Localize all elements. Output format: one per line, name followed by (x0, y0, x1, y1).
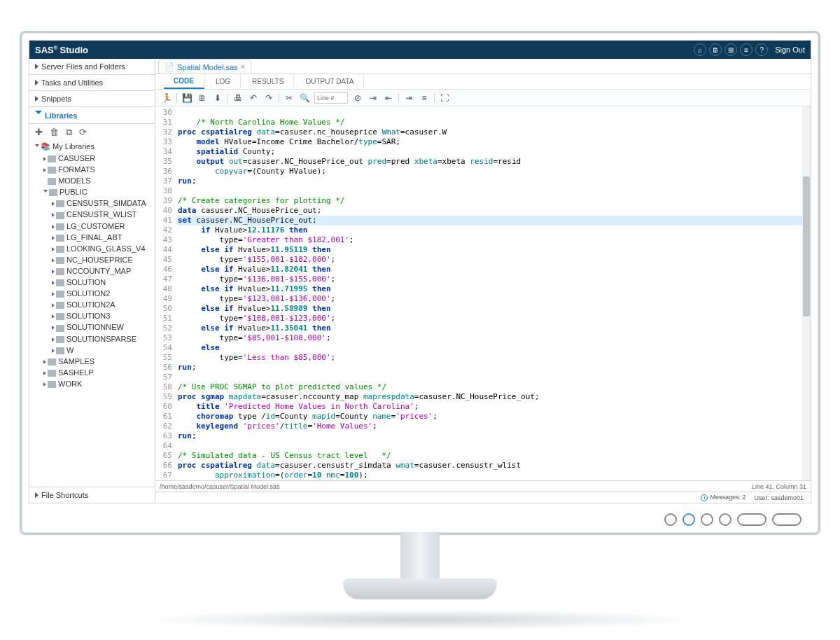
monitor-button (664, 513, 677, 526)
tree-lib-samples[interactable]: SAMPLES (29, 356, 155, 367)
tree-table-nccounty_map[interactable]: NCCOUNTY_MAP (29, 265, 155, 277)
monitor-power-button (772, 513, 802, 526)
tree-table-lg_final_abt[interactable]: LG_FINAL_ABT (29, 232, 155, 243)
monitor-button (719, 513, 732, 526)
run-icon[interactable]: 🏃 (161, 92, 172, 104)
tree-table-w[interactable]: W (29, 345, 155, 356)
monitor-shadow (140, 609, 700, 630)
app-header: SAS® Studio ⌕ 🗎 ⊞ ≡ ? Sign Out (29, 41, 811, 59)
editor-toolbar: 🏃 💾 🗎 ⬇ 🖶 ↶ ↷ ✂ 🔍 ⊘ ⇥ ⇤ (155, 90, 811, 106)
subtab-log[interactable]: LOG (206, 75, 241, 88)
tree-table-lg_customer[interactable]: LG_CUSTOMER (29, 221, 155, 232)
app-body: Server Files and Folders Tasks and Utili… (29, 59, 811, 503)
indent-icon[interactable]: ⇤ (383, 92, 394, 104)
search-icon[interactable]: ⌕ (694, 43, 706, 56)
delete-lib-icon[interactable]: 🗑 (50, 127, 59, 138)
panel-tasks[interactable]: Tasks and Utilities (29, 75, 155, 91)
redo-icon[interactable]: ↷ (263, 92, 274, 104)
tab-spatial-model[interactable]: 📄 Spatial Model.sas × (158, 60, 251, 74)
panel-snippets[interactable]: Snippets (29, 91, 155, 107)
tree-lib-models[interactable]: MODELS (29, 175, 155, 186)
save-icon[interactable]: 💾 (181, 92, 192, 104)
cut-icon[interactable]: ✂ (284, 92, 295, 104)
close-tab-icon[interactable]: × (241, 63, 245, 71)
status-position: Line 41, Column 31 (752, 483, 806, 490)
code-editor[interactable]: 3031323334353637383940414243444546474849… (155, 106, 811, 480)
code-content[interactable]: /* North Carolina Home Values */proc csp… (175, 106, 811, 480)
app-window: SAS® Studio ⌕ 🗎 ⊞ ≡ ? Sign Out Server Fi… (29, 40, 811, 503)
tree-lib-casuser[interactable]: CASUSER (29, 153, 155, 164)
undo-icon[interactable]: ↶ (248, 92, 259, 104)
apps-icon[interactable]: ⊞ (724, 43, 737, 56)
monitor-stand (343, 532, 497, 616)
goto-line-input[interactable] (314, 92, 348, 104)
refresh-icon[interactable]: ⟳ (79, 127, 87, 138)
monitor-power-button (737, 513, 766, 526)
panel-server-files[interactable]: Server Files and Folders (29, 59, 155, 75)
format-icon[interactable]: ⇥ (368, 92, 379, 104)
tree-lib-public[interactable]: PUBLIC (29, 186, 155, 197)
panel-file-shortcuts[interactable]: File Shortcuts (29, 487, 155, 503)
sidebar: Server Files and Folders Tasks and Utili… (29, 59, 155, 503)
lib-toolbar: ✚ 🗑 ⧉ ⟳ (29, 124, 155, 141)
subtab-code[interactable]: CODE (164, 74, 204, 89)
vertical-scrollbar[interactable] (802, 106, 811, 480)
scroll-thumb[interactable] (803, 176, 810, 316)
file-tabbar: 📄 Spatial Model.sas × (155, 59, 811, 74)
comment-icon[interactable]: ≡ (419, 92, 430, 104)
monitor-led (682, 513, 695, 526)
tree-lib-formats[interactable]: FORMATS (29, 164, 155, 175)
fullscreen-icon[interactable]: ⛶ (439, 92, 450, 104)
messages-count[interactable]: iMessages: 2 (701, 494, 746, 501)
export-icon[interactable]: ⬇ (212, 92, 223, 104)
tree-table-solution[interactable]: SOLUTION (29, 277, 155, 288)
subtab-results[interactable]: RESULTS (242, 75, 294, 88)
find-icon[interactable]: 🔍 (299, 92, 310, 104)
tree-my-libraries[interactable]: 📚 My Libraries (29, 141, 155, 153)
tree-table-solution2[interactable]: SOLUTION2 (29, 288, 155, 299)
main-area: 📄 Spatial Model.sas × CODE LOG RESULTS O… (155, 59, 811, 503)
tree-table-solutionsparse[interactable]: SOLUTIONSPARSE (29, 333, 155, 345)
tree-table-censustr_simdata[interactable]: CENSUSTR_SIMDATA (29, 197, 155, 209)
tree-table-censustr_wlist[interactable]: CENSUSTR_WLIST (29, 209, 155, 220)
statusbar: /home/sasdemo/casuser/Spatial Model.sas … (155, 480, 811, 492)
save-as-icon[interactable]: 🗎 (197, 92, 208, 104)
panel-libraries[interactable]: Libraries (29, 107, 155, 124)
header-icons: ⌕ 🗎 ⊞ ≡ ? Sign Out (694, 43, 805, 56)
print-icon[interactable]: 🖶 (232, 92, 244, 104)
line-gutter: 3031323334353637383940414243444546474849… (155, 106, 175, 480)
new-lib-icon[interactable]: ✚ (35, 127, 43, 138)
tree-table-nc_houseprice[interactable]: NC_HOUSEPRICE (29, 254, 155, 265)
help-icon[interactable]: ? (755, 43, 768, 56)
monitor-frame: SAS® Studio ⌕ 🗎 ⊞ ≡ ? Sign Out Server Fi… (20, 31, 820, 535)
tree-table-solution2a[interactable]: SOLUTION2A (29, 299, 155, 310)
monitor-button (701, 513, 713, 526)
app-title: SAS® Studio (35, 45, 694, 55)
subtab-output-data[interactable]: OUTPUT DATA (295, 75, 364, 88)
footer-user: User: sasdemo01 (754, 494, 804, 501)
tree-table-solution3[interactable]: SOLUTION3 (29, 310, 155, 321)
sign-out-link[interactable]: Sign Out (775, 46, 805, 54)
more-icon[interactable]: ≡ (740, 43, 752, 56)
library-tree: 📚 My Libraries CASUSER FORMATS MODELS PU… (29, 141, 155, 487)
open-icon[interactable]: 🗎 (709, 43, 722, 56)
monitor-buttons (664, 513, 802, 526)
tree-table-looking_glass_v4[interactable]: LOOKING_GLASS_V4 (29, 243, 155, 254)
tree-table-solutionnew[interactable]: SOLUTIONNEW (29, 321, 155, 333)
status-path: /home/sasdemo/casuser/Spatial Model.sas (160, 483, 280, 490)
properties-icon[interactable]: ⧉ (66, 127, 72, 138)
subtabs: CODE LOG RESULTS OUTPUT DATA (155, 74, 811, 90)
tree-lib-sashelp[interactable]: SASHELP (29, 367, 155, 378)
outdent-icon[interactable]: ⇥ (403, 92, 414, 104)
footer: iMessages: 2 User: sasdemo01 (155, 492, 811, 503)
tree-lib-work[interactable]: WORK (29, 378, 155, 389)
clear-icon[interactable]: ⊘ (352, 92, 363, 104)
info-icon: i (701, 494, 708, 501)
